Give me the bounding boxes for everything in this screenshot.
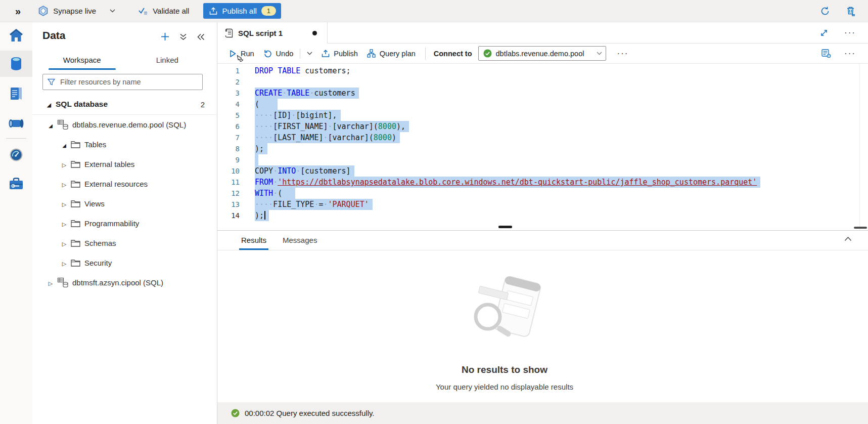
tree-item-sql-database[interactable]: SQL database 2 — [32, 94, 217, 114]
editor-more-actions-button[interactable]: ··· — [840, 47, 860, 61]
sql-pool-icon — [57, 277, 68, 288]
code-line-13[interactable]: 13····FILE_TYPE·=·'PARQUET' — [217, 199, 868, 210]
expand-sidebar-icon[interactable]: » — [15, 6, 21, 16]
sql-code-editor[interactable]: 1DROP TABLE customers;23CREATE·TABLE·cus… — [217, 64, 868, 230]
query-status-bar: 00:00:02 Query executed successfully. — [217, 402, 868, 424]
tree-expander-icon[interactable] — [61, 219, 68, 228]
code-line-9[interactable]: 9 — [217, 154, 868, 165]
pool-select-dropdown[interactable]: dbtlabs.revenue.demo.pool — [478, 46, 606, 61]
gauge-icon — [9, 148, 23, 162]
publish-button[interactable]: Publish — [317, 47, 362, 61]
tree-expander-icon[interactable] — [61, 259, 68, 267]
tree-expander-icon[interactable] — [61, 140, 68, 149]
code-line-11[interactable]: 11FROM·'https://dbtlabsynapsedatalake.bl… — [217, 177, 868, 188]
nav-develop[interactable] — [0, 80, 32, 107]
folder-icon — [71, 239, 80, 247]
nav-integrate[interactable] — [0, 110, 32, 137]
tree-item-views[interactable]: Views — [32, 194, 217, 214]
code-line-3[interactable]: 3CREATE·TABLE·customers — [217, 88, 868, 99]
tree-item-pool-dbtmsft[interactable]: dbtmsft.azsyn.cipool (SQL) — [32, 273, 217, 292]
add-resource-button[interactable] — [160, 31, 170, 42]
code-line-6[interactable]: 6····[FIRST_NAME]·[varchar](8000), — [217, 121, 868, 132]
filter-resources-input[interactable] — [59, 77, 202, 87]
line-number: 14 — [217, 210, 240, 221]
tab-title: SQL script 1 — [238, 29, 283, 37]
query-plan-icon — [367, 49, 376, 58]
nav-data[interactable] — [0, 51, 32, 77]
collapse-results-icon[interactable] — [843, 235, 853, 242]
results-tabs-divider — [217, 250, 868, 250]
main-area: SQL script 1 ··· Run Undo — [217, 22, 868, 424]
code-line-1[interactable]: 1DROP TABLE customers; — [217, 65, 868, 76]
undo-icon — [263, 50, 272, 58]
tree-item-pool-dbtlabs[interactable]: dbtlabs.revenue.demo.pool (SQL) — [32, 115, 217, 135]
tab-workspace[interactable]: Workspace — [39, 51, 125, 70]
tree-expander-icon[interactable] — [47, 278, 54, 287]
folder-icon — [71, 160, 80, 168]
code-line-7[interactable]: 7····[LAST_NAME]·[varchar](8000) — [217, 132, 868, 143]
expand-editor-icon[interactable] — [819, 28, 829, 38]
code-line-8[interactable]: 8); — [217, 143, 868, 154]
editor-tab-bar: SQL script 1 ··· — [217, 22, 868, 44]
undo-button[interactable]: Undo — [259, 47, 298, 61]
nav-monitor[interactable] — [0, 142, 32, 168]
tree-item-schemas[interactable]: Schemas — [32, 233, 217, 253]
data-panel-tabs: Workspace Linked — [39, 51, 210, 70]
line-number: 5 — [217, 110, 240, 121]
synapse-logo-icon — [38, 6, 49, 16]
tree-item-programmability[interactable]: Programmability — [32, 214, 217, 233]
tab-sql-script-1[interactable]: SQL script 1 — [217, 22, 328, 44]
code-line-5[interactable]: 5····[ID]·[bigint], — [217, 110, 868, 121]
validate-all-button[interactable]: Validate all — [139, 7, 189, 15]
document-icon — [10, 87, 23, 101]
tree-item-label: dbtlabs.revenue.demo.pool (SQL) — [72, 120, 186, 129]
code-line-4[interactable]: 4( — [217, 99, 868, 110]
refresh-button[interactable] — [819, 5, 831, 17]
query-plan-button[interactable]: Query plan — [362, 46, 420, 61]
line-number: 2 — [217, 76, 240, 88]
tree-expander-icon[interactable] — [61, 180, 68, 188]
line-number: 1 — [217, 65, 240, 76]
code-line-10[interactable]: 10COPY·INTO·[customers] — [217, 165, 868, 177]
tree-item-security[interactable]: Security — [32, 253, 217, 273]
toolbar-more-actions-button[interactable]: ··· — [613, 47, 633, 61]
success-check-icon — [231, 409, 240, 417]
tree-item-label: External resources — [84, 180, 148, 188]
nav-manage[interactable] — [0, 171, 32, 197]
results-resize-handle[interactable] — [498, 226, 512, 228]
tree-expander-icon[interactable] — [45, 100, 53, 109]
code-line-2[interactable]: 2 — [217, 76, 868, 88]
tree-item-label: Security — [84, 259, 112, 267]
tab-linked[interactable]: Linked — [125, 51, 210, 70]
collapse-all-icon[interactable] — [179, 32, 188, 41]
tree-item-tables[interactable]: Tables — [32, 135, 217, 154]
tab-messages[interactable]: Messages — [283, 231, 317, 250]
publish-all-button[interactable]: Publish all 1 — [203, 3, 281, 19]
discard-trash-button[interactable] — [845, 5, 857, 17]
tree-expander-icon[interactable] — [61, 199, 68, 208]
environment-switcher[interactable]: Synapse live — [38, 6, 115, 16]
tree-expander-icon[interactable] — [47, 120, 54, 129]
nav-home[interactable] — [0, 22, 32, 49]
validate-check-icon — [139, 7, 148, 15]
tab-results[interactable]: Results — [241, 231, 266, 250]
horizontal-scrollbar-thumb[interactable] — [854, 227, 867, 229]
line-number: 13 — [217, 199, 240, 210]
tree-expander-icon[interactable] — [61, 160, 68, 168]
run-button[interactable]: Run — [224, 47, 259, 61]
tree-expander-icon[interactable] — [61, 239, 68, 247]
database-icon — [9, 56, 23, 71]
code-line-12[interactable]: 12WITH·( — [217, 188, 868, 199]
connection-ok-icon — [483, 49, 492, 58]
pipeline-icon — [8, 118, 24, 129]
resource-tree: SQL database 2 dbtlabs.revenue.demo.pool… — [32, 94, 217, 292]
database-count-badge: 2 — [201, 100, 205, 109]
tree-item-external-tables[interactable]: External tables — [32, 154, 217, 174]
collapse-panel-icon[interactable] — [196, 32, 206, 41]
run-options-chevron[interactable] — [302, 49, 317, 58]
view-settings-icon[interactable] — [820, 48, 832, 59]
connect-to-label: Connect to — [434, 50, 472, 58]
code-line-14[interactable]: 14); — [217, 210, 868, 221]
tree-item-external-resources[interactable]: External resources — [32, 174, 217, 194]
tab-more-actions-button[interactable]: ··· — [840, 26, 860, 40]
